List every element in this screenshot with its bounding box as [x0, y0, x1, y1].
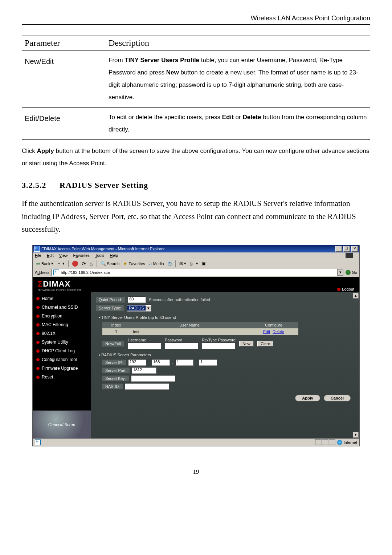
- sidebar-item-home[interactable]: Home: [33, 294, 91, 303]
- minimize-button[interactable]: _: [335, 246, 342, 252]
- page-header: Wireless LAN Access Point Configuration: [22, 15, 370, 25]
- scroll-down-button[interactable]: ▾: [353, 432, 359, 438]
- ie-icon: [34, 246, 40, 252]
- search-button[interactable]: Search: [99, 261, 121, 267]
- sidebar-item-system-utility[interactable]: System Utility: [33, 338, 91, 347]
- cell-configure: Edit Delete: [249, 328, 298, 335]
- print-button[interactable]: [189, 261, 193, 267]
- quiet-period-hint: Seconds after authentication failed: [149, 297, 210, 302]
- ie-window: EDIMAX Access Point Web Management - Mic…: [32, 245, 360, 446]
- sidebar-item-encryption[interactable]: Encryption: [33, 312, 91, 320]
- menu-favorites[interactable]: Favorites: [73, 253, 90, 258]
- go-button[interactable]: Go: [346, 270, 357, 275]
- related-button[interactable]: ▾: [195, 261, 199, 266]
- close-button[interactable]: ✕: [351, 246, 358, 252]
- bullet-icon: [337, 288, 340, 291]
- forward-button[interactable]: → ▾: [56, 261, 65, 266]
- col-configure: Configure: [249, 322, 298, 328]
- status-page-icon: [35, 439, 41, 445]
- discuss-button[interactable]: ▣: [201, 261, 207, 266]
- sidebar-item-reset[interactable]: Reset: [33, 373, 91, 381]
- clear-button[interactable]: Clear: [257, 341, 273, 347]
- page-number: 19: [22, 468, 370, 475]
- desc-new-edit: From TINY Server Users Profile table, yo…: [106, 50, 370, 108]
- apply-button[interactable]: Apply: [295, 395, 320, 401]
- ie-throbber-icon: [346, 253, 353, 258]
- stop-button[interactable]: [71, 260, 79, 267]
- sidebar-item-firmware-upgrade[interactable]: Firmware Upgrade: [33, 364, 91, 373]
- server-type-label: Server Type:: [96, 305, 124, 311]
- media-button[interactable]: Media: [148, 261, 165, 267]
- page-area: ΣDIMAX NETWORKING PEOPLE TOGETHER Logout…: [33, 277, 359, 438]
- section-heading: 3.2.5.2 RADIUS Server Setting: [22, 181, 370, 190]
- address-value: http://192.168.2.1/index.stm: [61, 270, 110, 275]
- ip-octet-3[interactable]: 1: [175, 359, 193, 366]
- address-dropdown[interactable]: ▾: [338, 269, 343, 276]
- ip-octet-1[interactable]: 192: [128, 359, 146, 366]
- server-port-label: Server Port:: [102, 368, 130, 373]
- menu-help[interactable]: Help: [110, 253, 118, 258]
- ip-octet-2[interactable]: 168: [152, 359, 170, 366]
- menu-tools[interactable]: Tools: [95, 253, 105, 258]
- cancel-button[interactable]: Cancel: [324, 395, 351, 401]
- sidebar-footer: General Setup: [33, 410, 91, 438]
- secret-key-input[interactable]: [131, 375, 175, 382]
- menu-file[interactable]: File: [35, 253, 41, 258]
- server-port-input[interactable]: 1812: [132, 367, 156, 374]
- window-title: EDIMAX Access Point Web Management - Mic…: [41, 247, 165, 251]
- menu-view[interactable]: View: [59, 253, 68, 258]
- section-number: 3.2.5.2: [22, 181, 46, 190]
- table-row: 1 test Edit Delete: [102, 328, 298, 335]
- ip-octet-4[interactable]: 1: [199, 359, 217, 366]
- status-bar: Internet: [33, 438, 359, 446]
- sidebar-item-mac-filtering[interactable]: MAC Filtering: [33, 320, 91, 329]
- status-zone: Internet: [344, 440, 357, 445]
- sidebar-item-configuration-tool[interactable]: Configuration Tool: [33, 355, 91, 364]
- nas-id-label: NAS-ID:: [102, 384, 123, 389]
- menu-edit[interactable]: Edit: [47, 253, 54, 258]
- nas-id-input[interactable]: [125, 383, 169, 390]
- server-type-select[interactable]: RADIUS▾: [127, 304, 151, 312]
- brand-logo: ΣDIMAX NETWORKING PEOPLE TOGETHER: [38, 279, 81, 291]
- radius-section-label: RADIUS Server Parameters: [99, 353, 354, 357]
- internet-zone-icon: [337, 440, 342, 445]
- username-label: Username: [128, 338, 146, 342]
- address-input[interactable]: http://192.168.2.1/index.stm: [52, 269, 338, 276]
- cell-username: test: [130, 328, 249, 335]
- col-index: Index: [102, 322, 130, 328]
- back-button[interactable]: ⇦Back ▾: [35, 260, 54, 267]
- history-button[interactable]: [167, 260, 173, 267]
- new-edit-tag: New/Edit: [102, 341, 124, 347]
- logout-link[interactable]: Logout: [337, 287, 354, 291]
- refresh-button[interactable]: [81, 260, 87, 267]
- sidebar-item-channel-ssid[interactable]: Channel and SSID: [33, 303, 91, 312]
- param-new-edit: New/Edit: [22, 50, 106, 108]
- scroll-up-button[interactable]: ▴: [353, 293, 359, 299]
- titlebar: EDIMAX Access Point Web Management - Mic…: [33, 245, 359, 252]
- new-button[interactable]: New: [239, 341, 254, 347]
- brand-sub: NETWORKING PEOPLE TOGETHER: [38, 289, 81, 291]
- password-label: Password: [165, 338, 182, 342]
- password-input[interactable]: [165, 343, 198, 349]
- sidebar-item-8021x[interactable]: 802.1X: [33, 329, 91, 338]
- page-icon: [53, 270, 59, 275]
- home-button[interactable]: [89, 260, 94, 267]
- toolbar: ⇦Back ▾ → ▾ Search Favorites Media ▾ ▾ ▣: [33, 259, 359, 268]
- mail-button[interactable]: ▾: [178, 261, 187, 267]
- edit-link[interactable]: Edit: [263, 329, 270, 334]
- quiet-period-input[interactable]: 60: [128, 296, 146, 303]
- retype-label: Re-Type Password: [202, 338, 236, 342]
- menubar: File Edit View Favorites Tools Help: [33, 252, 359, 259]
- username-input[interactable]: [128, 343, 161, 349]
- retype-input[interactable]: [202, 343, 235, 349]
- maximize-button[interactable]: ❐: [343, 246, 350, 252]
- section-title: RADIUS Server Setting: [60, 181, 148, 190]
- desc-edit-delete: To edit or delete the specific users, pr…: [106, 108, 370, 140]
- param-edit-delete: Edit/Delete: [22, 108, 106, 140]
- col-parameter: Parameter: [22, 36, 106, 50]
- favorites-button[interactable]: Favorites: [122, 260, 146, 267]
- secret-key-label: Secret Key:: [102, 376, 129, 381]
- delete-link[interactable]: Delete: [273, 329, 284, 334]
- intro-paragraph: If the authentication server is RADIUS S…: [22, 197, 370, 236]
- sidebar-item-dhcp-client-log[interactable]: DHCP Client Log: [33, 347, 91, 355]
